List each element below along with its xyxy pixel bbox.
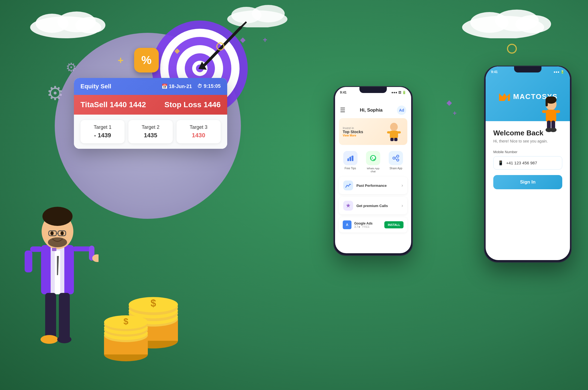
svg-rect-40 <box>45 293 56 339</box>
plus-decoration-3: + <box>263 36 267 44</box>
banner-person <box>384 122 403 141</box>
svg-point-67 <box>390 123 398 131</box>
phone-notch-middle <box>359 87 387 93</box>
trade-date: 📅 18-Jun-21 <box>162 83 192 89</box>
targets-row: Target 1 - 1439 Target 2 1435 Target 3 1… <box>74 115 227 149</box>
svg-point-77 <box>397 155 399 157</box>
performance-icon <box>343 181 353 190</box>
target-3: Target 3 1430 <box>177 120 221 143</box>
svg-rect-71 <box>390 138 394 141</box>
google-ads-icon: A <box>343 220 351 229</box>
stock-sell-info: TitaSell 1440 1442 <box>80 100 146 109</box>
gear-icon-2: ⚙ <box>66 60 77 75</box>
svg-rect-89 <box>542 110 546 113</box>
install-button[interactable]: INSTALL <box>384 221 403 228</box>
phone-middle: 9:41 ●●● 𝌞 🔋 ☰ Hi, Sophia Ad Invest in T… <box>333 86 413 256</box>
phone-input-icon: 📱 <box>498 160 503 165</box>
arrow-icon-2: › <box>402 203 403 208</box>
svg-rect-29 <box>73 246 92 251</box>
greeting-text: Hi, Sophia <box>360 107 382 113</box>
status-icons-right: ●●● 🔋 <box>554 70 564 74</box>
svg-point-78 <box>393 157 395 159</box>
trading-card-stock: TitaSell 1440 1442 Stop Loss 1446 <box>74 95 227 115</box>
svg-rect-69 <box>387 131 391 133</box>
mobile-number-input[interactable]: 📱 +41 123 456 987 <box>493 156 562 170</box>
equity-type: Equity Sell <box>80 83 111 90</box>
svg-point-33 <box>42 207 73 226</box>
ad-icon[interactable]: Ad <box>397 106 406 115</box>
invest-banner[interactable]: Invest in Top Stocks View More <box>339 118 407 145</box>
chart-icon <box>347 155 354 162</box>
ad-info: Google Ads 3.7★ FREE <box>354 222 373 228</box>
businessman-illustration <box>16 185 99 363</box>
percent-badge: % <box>134 48 159 72</box>
mobile-number-value: +41 123 456 987 <box>506 161 537 165</box>
cloud-left <box>22 5 109 38</box>
svg-point-37 <box>50 231 54 235</box>
svg-point-10 <box>252 5 285 22</box>
svg-line-80 <box>395 157 397 158</box>
svg-point-79 <box>397 159 399 161</box>
svg-rect-68 <box>390 131 398 138</box>
signin-button[interactable]: Sign In <box>493 175 562 189</box>
svg-rect-90 <box>556 110 560 113</box>
phone-screen-right: 9:41 ●●● 🔋 MACTOSYS Welcome Back Hi, the… <box>486 66 570 260</box>
banner-content: Invest in Top Stocks View More <box>343 126 363 137</box>
whatsapp-icon <box>370 155 377 162</box>
login-body: Welcome Back Hi, there! Nice to see you … <box>486 121 570 195</box>
svg-rect-41 <box>59 293 70 339</box>
app-header-middle: ☰ Hi, Sophia Ad <box>335 96 411 118</box>
svg-text:$: $ <box>123 316 128 326</box>
trading-card-header: Equity Sell 📅 18-Jun-21 ⏱ 9:15:05 <box>74 78 227 95</box>
svg-marker-82 <box>346 203 350 208</box>
status-time-right: 9:41 <box>491 70 498 74</box>
stop-loss: Stop Loss 1446 <box>165 100 221 109</box>
svg-rect-70 <box>397 131 401 133</box>
svg-rect-28 <box>25 251 32 272</box>
welcome-subtitle: Hi, there! Nice to see you again. <box>493 139 562 143</box>
svg-rect-87 <box>546 100 548 106</box>
svg-point-39 <box>48 237 67 247</box>
quick-actions-row: Free Tips Whats Appchat <box>335 149 411 177</box>
past-performance-item[interactable]: Past Performance › <box>339 177 407 194</box>
svg-rect-88 <box>546 110 556 122</box>
share-app-action[interactable]: Share App <box>389 151 403 173</box>
svg-line-22 <box>235 25 243 32</box>
google-ad-banner: A Google Ads 3.7★ FREE INSTALL <box>339 217 407 232</box>
svg-rect-72 <box>394 138 397 141</box>
date-time-row: 📅 18-Jun-21 ⏱ 9:15:05 <box>162 83 221 89</box>
arrow-icon-1: › <box>402 183 403 188</box>
free-tips-action[interactable]: Free Tips <box>343 151 358 173</box>
plus-decoration-4: + <box>453 109 457 117</box>
phone-screen-middle: 9:41 ●●● 𝌞 🔋 ☰ Hi, Sophia Ad Invest in T… <box>335 87 411 253</box>
svg-marker-84 <box>505 93 510 101</box>
mactosys-logo-icon <box>498 91 511 102</box>
plus-decoration-1: + <box>118 55 123 66</box>
circle-3 <box>507 44 517 54</box>
trade-time: ⏱ 9:15:05 <box>197 83 221 89</box>
cloud-right <box>451 3 555 38</box>
svg-point-94 <box>550 128 557 132</box>
svg-rect-44 <box>52 248 56 251</box>
svg-line-81 <box>395 159 397 159</box>
target-2: Target 2 1435 <box>128 120 172 143</box>
gear-icon-1: ⚙ <box>47 82 64 104</box>
svg-point-7 <box>515 15 551 33</box>
svg-point-38 <box>60 231 64 235</box>
svg-rect-27 <box>30 246 42 252</box>
coins-illustration: $ $ $ $ $ $ <box>90 292 194 368</box>
circle-2 <box>216 42 224 51</box>
target-1: Target 1 - 1439 <box>80 120 125 143</box>
svg-point-43 <box>57 336 71 343</box>
share-icon <box>392 155 399 162</box>
status-icons-middle: ●●● 𝌞 🔋 <box>391 91 406 94</box>
whatsapp-action[interactable]: Whats Appchat <box>366 151 380 173</box>
svg-point-3 <box>75 17 105 33</box>
svg-marker-83 <box>499 93 505 101</box>
trading-card: Equity Sell 📅 18-Jun-21 ⏱ 9:15:05 TitaSe… <box>74 78 227 149</box>
hamburger-icon[interactable]: ☰ <box>340 107 345 114</box>
premium-calls-item[interactable]: Get premium Calls › <box>339 197 407 214</box>
premium-icon <box>343 201 353 211</box>
mobile-number-label: Mobile Number <box>493 150 562 154</box>
woman-illustration <box>539 97 563 132</box>
